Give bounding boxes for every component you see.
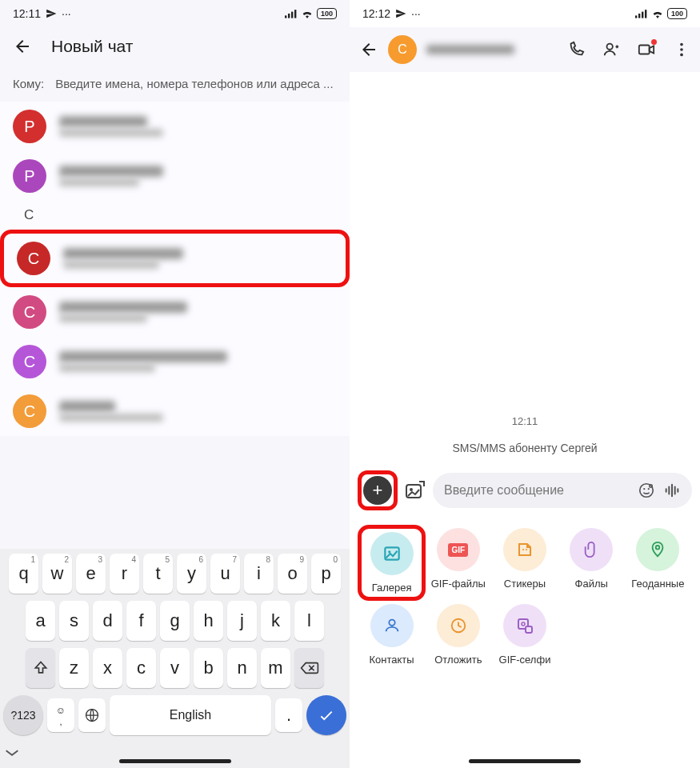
to-field[interactable]: Кому: Введите имена, номера телефонов ил…	[0, 66, 350, 102]
key-n[interactable]: n	[227, 648, 257, 688]
contact-item[interactable]: Р	[0, 151, 350, 201]
attach-schedule[interactable]: Отложить	[426, 604, 490, 666]
more-dots: ···	[411, 7, 421, 20]
voice-wave-icon[interactable]	[663, 482, 681, 499]
page-title: Новый чат	[51, 37, 133, 56]
input-placeholder: Введите сообщение	[444, 483, 630, 498]
add-person-icon[interactable]	[602, 41, 620, 58]
key-l[interactable]: l	[294, 601, 324, 641]
key-c[interactable]: c	[126, 648, 156, 688]
video-call-icon[interactable]	[638, 41, 655, 58]
svg-point-9	[607, 44, 613, 50]
key-z[interactable]: z	[59, 648, 89, 688]
shift-key[interactable]	[26, 648, 55, 688]
attach-gif[interactable]: GIF GIF-файлы	[426, 528, 490, 598]
contact-item[interactable]: Р	[0, 102, 350, 151]
svg-point-13	[680, 54, 683, 57]
contact-item[interactable]: С	[4, 234, 346, 283]
emoji-key[interactable]: ☺,	[47, 698, 74, 732]
backspace-key[interactable]	[294, 648, 324, 688]
battery-icon: 100	[317, 8, 337, 19]
sticker-icon	[515, 540, 534, 559]
chat-screen: 12:12 ··· 100 С 12:11 SMS/MMS абоненту С…	[350, 0, 700, 768]
to-label: Кому:	[13, 77, 44, 90]
camera-gallery-icon[interactable]	[404, 479, 426, 502]
avatar: Р	[13, 110, 46, 143]
svg-point-15	[410, 488, 413, 491]
space-key[interactable]: English	[110, 695, 271, 735]
chat-header: С	[350, 27, 700, 72]
clock-icon	[450, 617, 467, 634]
key-p[interactable]: p0	[311, 554, 341, 594]
key-i[interactable]: i8	[244, 554, 274, 594]
key-o[interactable]: o9	[278, 554, 307, 594]
emoji-icon[interactable]	[638, 482, 655, 499]
gif-icon: GIF	[448, 543, 468, 557]
key-a[interactable]: a	[26, 601, 55, 641]
attach-stickers[interactable]: Стикеры	[492, 528, 557, 598]
more-menu-icon[interactable]	[673, 41, 690, 58]
key-s[interactable]: s	[59, 601, 89, 641]
key-h[interactable]: h	[194, 601, 223, 641]
home-indicator[interactable]	[469, 759, 581, 763]
contact-name[interactable]	[426, 45, 558, 54]
key-u[interactable]: u7	[210, 554, 240, 594]
key-d[interactable]: d	[93, 601, 122, 641]
key-f[interactable]: f	[126, 601, 156, 641]
key-e[interactable]: e3	[76, 554, 106, 594]
attachment-grid: Галерея GIF GIF-файлы Стикеры Файлы Геод…	[354, 517, 695, 677]
key-w[interactable]: w2	[42, 554, 72, 594]
period-key[interactable]: .	[275, 698, 302, 732]
message-input[interactable]: Введите сообщение	[433, 473, 692, 508]
contact-item[interactable]: С	[0, 337, 350, 386]
svg-point-12	[680, 48, 683, 51]
contacts-list: Р Р С С С С С	[0, 102, 350, 436]
svg-point-28	[522, 622, 525, 626]
svg-rect-3	[294, 10, 296, 18]
key-j[interactable]: j	[227, 601, 257, 641]
attach-files[interactable]: Файлы	[559, 528, 624, 598]
key-x[interactable]: x	[93, 648, 122, 688]
collapse-keyboard-icon[interactable]	[3, 742, 346, 760]
avatar[interactable]: С	[388, 35, 417, 64]
key-r[interactable]: r4	[110, 554, 139, 594]
home-indicator[interactable]	[119, 759, 231, 763]
attach-plus-button[interactable]: +	[363, 476, 392, 505]
key-m[interactable]: m	[261, 648, 290, 688]
call-icon[interactable]	[567, 41, 585, 58]
back-arrow-icon[interactable]	[359, 40, 378, 59]
svg-rect-29	[526, 626, 532, 633]
avatar: Р	[13, 159, 46, 193]
section-header: С	[0, 201, 350, 230]
key-v[interactable]: v	[160, 648, 190, 688]
svg-point-23	[526, 549, 527, 550]
svg-rect-8	[645, 10, 646, 18]
back-arrow-icon[interactable]	[13, 37, 32, 56]
status-time: 12:12	[362, 7, 390, 20]
status-bar: 12:12 ··· 100	[350, 0, 700, 27]
attach-location[interactable]: Геоданные	[626, 528, 690, 598]
contact-item[interactable]: С	[0, 287, 350, 337]
key-y[interactable]: y6	[177, 554, 206, 594]
svg-point-22	[522, 549, 524, 550]
selfie-icon	[515, 616, 534, 635]
key-q[interactable]: q1	[9, 554, 38, 594]
attach-gif-selfie[interactable]: GIF-селфи	[492, 604, 557, 666]
key-t[interactable]: t5	[143, 554, 173, 594]
telegram-icon	[395, 8, 406, 19]
wifi-icon	[651, 9, 664, 18]
svg-rect-0	[285, 15, 286, 18]
language-key[interactable]	[78, 698, 106, 732]
key-b[interactable]: b	[194, 648, 223, 688]
avatar: С	[13, 345, 46, 378]
attach-contacts[interactable]: Контакты	[359, 604, 424, 666]
key-k[interactable]: k	[261, 601, 290, 641]
attach-gallery[interactable]: Галерея	[358, 525, 426, 601]
enter-key[interactable]	[306, 695, 346, 735]
key-g[interactable]: g	[160, 601, 190, 641]
numbers-key[interactable]: ?123	[3, 695, 43, 735]
contact-item[interactable]: С	[0, 386, 350, 436]
wifi-icon	[301, 9, 314, 18]
header: Новый чат	[0, 27, 350, 66]
svg-point-24	[656, 546, 660, 550]
